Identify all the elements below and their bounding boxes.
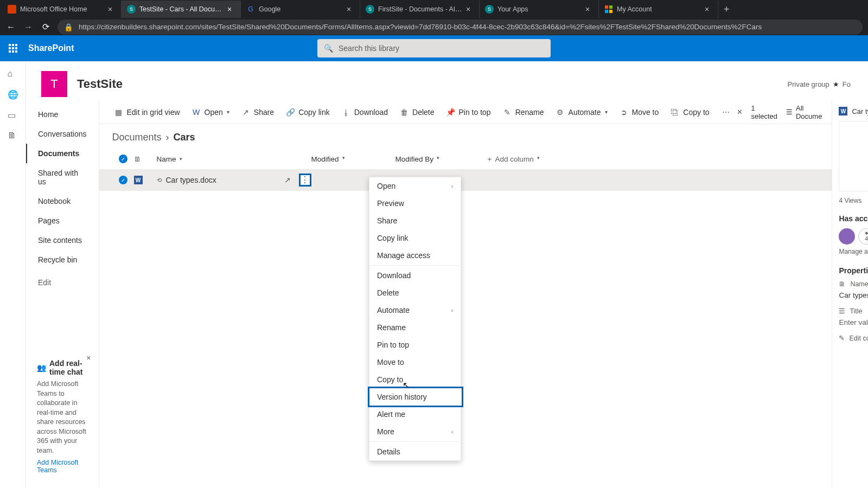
close-icon[interactable]: ×: [227, 5, 235, 13]
grid-icon: ▦: [114, 108, 123, 117]
home-icon[interactable]: ⌂: [8, 69, 18, 80]
file-preview[interactable]: This is a tes Here is my f: [839, 121, 868, 191]
access-count[interactable]: ✱4: [858, 228, 868, 245]
prop-title-value[interactable]: Enter value here: [839, 318, 868, 326]
tab-firstsite[interactable]: SFirstSite - Documents - All Docu×: [360, 1, 480, 18]
ctx-preview[interactable]: Preview: [369, 195, 461, 212]
nav-pages[interactable]: Pages: [26, 211, 99, 230]
rename-icon: ✎: [503, 108, 512, 117]
app-launcher[interactable]: [0, 35, 26, 61]
list-row[interactable]: ✓ W ⟲Car types.docx ↗ ⋮ enry Legge: [99, 169, 832, 191]
edit-grid-button[interactable]: ▦Edit in grid view: [109, 104, 186, 121]
properties-heading: Properties: [839, 266, 868, 275]
follow-label[interactable]: Fo: [843, 80, 851, 88]
breadcrumb-root[interactable]: Documents: [112, 132, 162, 143]
news-icon[interactable]: ▭: [8, 110, 18, 121]
close-icon[interactable]: ×: [347, 5, 354, 13]
forward-button[interactable]: →: [23, 22, 34, 33]
file-name[interactable]: Car types.docx: [166, 176, 216, 184]
site-privacy: Private group: [788, 80, 829, 88]
back-button[interactable]: ←: [5, 22, 16, 33]
add-column-button[interactable]: +Add column▾: [488, 155, 819, 163]
nav-documents[interactable]: Documents: [26, 144, 99, 163]
ctx-move[interactable]: Move to: [369, 354, 461, 371]
pin-button[interactable]: 📌Pin to top: [441, 104, 496, 121]
close-icon[interactable]: ×: [585, 5, 593, 13]
ctx-more[interactable]: More›: [369, 423, 461, 440]
ctx-copy[interactable]: Copy to: [369, 371, 461, 388]
nav-edit[interactable]: Edit: [26, 273, 99, 292]
reload-button[interactable]: ⟳: [40, 22, 51, 33]
ctx-alert[interactable]: Alert me: [369, 406, 461, 423]
address-bar[interactable]: 🔒https://citizenbuilders.sharepoint.com/…: [58, 20, 863, 35]
files-icon[interactable]: 🗎: [8, 131, 18, 142]
close-icon[interactable]: ×: [466, 5, 474, 13]
ctx-download[interactable]: Download: [369, 267, 461, 284]
automate-button[interactable]: ⚙Automate▾: [551, 104, 613, 121]
close-icon[interactable]: ×: [108, 5, 116, 13]
nav-home[interactable]: Home: [26, 105, 99, 124]
share-button[interactable]: ↗Share: [236, 104, 279, 121]
nav-notebook[interactable]: Notebook: [26, 191, 99, 211]
nav-shared[interactable]: Shared with us: [26, 163, 99, 191]
suite-header: SharePoint 🔍Search this library: [0, 35, 868, 61]
tab-myaccount[interactable]: My Account×: [599, 1, 718, 18]
edit-columns-link[interactable]: ✎Edit columns: [839, 334, 868, 342]
open-button[interactable]: WOpen▾: [187, 104, 235, 121]
ctx-share[interactable]: Share: [369, 212, 461, 229]
avatar[interactable]: [839, 228, 855, 245]
ctx-open[interactable]: Open›: [369, 177, 461, 195]
nav-recycle[interactable]: Recycle bin: [26, 250, 99, 269]
prop-name-value[interactable]: Car types.docx: [839, 291, 868, 299]
chevron-right-icon: ›: [451, 183, 453, 189]
sync-icon: ⟲: [157, 177, 162, 184]
column-modified[interactable]: Modified▾: [311, 155, 395, 163]
tab-office[interactable]: Microsoft Office Home×: [2, 1, 122, 18]
copy-link-button[interactable]: 🔗Copy link: [280, 104, 335, 121]
add-teams-link[interactable]: Add Microsoft Teams: [37, 459, 78, 474]
site-logo[interactable]: T: [41, 71, 67, 97]
manage-access-link[interactable]: Manage access: [839, 248, 868, 255]
ctx-details[interactable]: Details: [369, 443, 461, 460]
more-actions-button[interactable]: ⋮: [299, 174, 311, 187]
row-checkbox[interactable]: ✓: [119, 176, 127, 184]
tab-testsite[interactable]: STestSite - Cars - All Documents×: [122, 1, 241, 18]
prop-title-label: Title: [850, 307, 862, 315]
ctx-delete[interactable]: Delete: [369, 284, 461, 301]
share-icon[interactable]: ↗: [282, 174, 293, 187]
ctx-automate[interactable]: Automate›: [369, 301, 461, 319]
column-modified-by[interactable]: Modified By▾: [395, 155, 488, 163]
svg-rect-1: [609, 5, 612, 9]
close-icon[interactable]: ×: [705, 5, 712, 13]
search-input[interactable]: 🔍Search this library: [317, 39, 551, 57]
download-button[interactable]: ⭳Download: [336, 104, 393, 121]
close-icon[interactable]: ×: [86, 354, 91, 362]
copy-button[interactable]: ⿻Copy to: [665, 104, 714, 121]
prop-name-label: Name *: [850, 280, 868, 288]
ctx-copy-link[interactable]: Copy link: [369, 229, 461, 247]
tab-yourapps[interactable]: SYour Apps×: [480, 1, 599, 18]
view-selector[interactable]: ☰All Docume: [786, 104, 822, 120]
nav-conversations[interactable]: Conversations: [26, 124, 99, 144]
ctx-pin[interactable]: Pin to top: [369, 336, 461, 354]
copy-icon: ⿻: [671, 108, 679, 117]
delete-button[interactable]: 🗑Delete: [394, 104, 439, 121]
ctx-rename[interactable]: Rename: [369, 319, 461, 336]
star-icon[interactable]: ★: [833, 80, 839, 88]
teams-icon: 👥: [37, 363, 46, 372]
sharepoint-brand[interactable]: SharePoint: [26, 43, 76, 53]
nav-contents[interactable]: Site contents: [26, 230, 99, 250]
plus-icon: +: [488, 155, 492, 163]
ctx-manage-access[interactable]: Manage access: [369, 247, 461, 264]
globe-icon[interactable]: 🌐: [8, 89, 18, 100]
overflow-button[interactable]: ⋯: [716, 104, 736, 121]
new-tab-button[interactable]: +: [718, 4, 735, 15]
move-button[interactable]: ➲Move to: [614, 104, 665, 121]
site-title[interactable]: TestSite: [77, 77, 123, 91]
rename-button[interactable]: ✎Rename: [497, 104, 550, 121]
clear-selection-button[interactable]: ✕: [737, 108, 743, 116]
ctx-version-history[interactable]: Version history: [368, 387, 463, 407]
tab-google[interactable]: GGoogle×: [241, 1, 360, 18]
column-name[interactable]: Name▾: [157, 155, 282, 163]
select-all-button[interactable]: ✓: [119, 155, 127, 163]
